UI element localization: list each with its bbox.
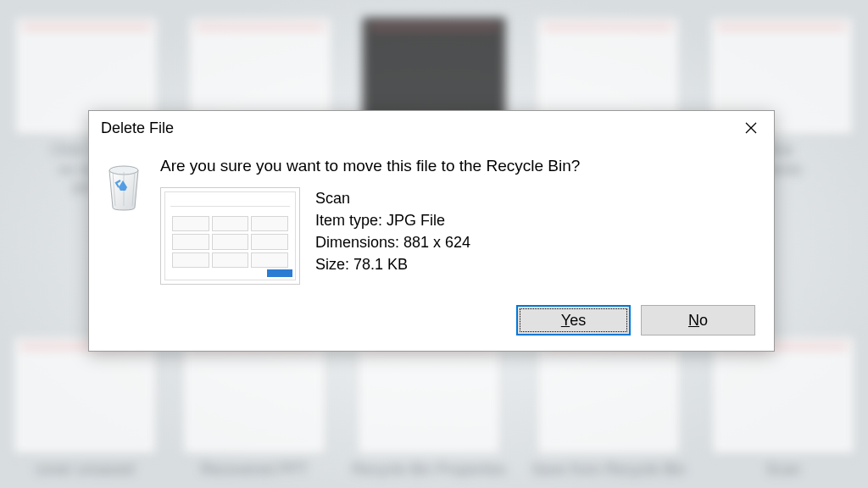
dialog-titlebar: Delete File (89, 111, 774, 141)
file-type: Item type: JPG File (315, 209, 470, 231)
file-metadata: Scan Item type: JPG File Dimensions: 881… (315, 187, 470, 275)
confirmation-text: Are you sure you want to move this file … (160, 157, 755, 175)
bg-label: Recovered PPT (200, 460, 308, 480)
file-size: Size: 78.1 KB (315, 253, 470, 275)
dialog-footer: Yes No (89, 293, 774, 351)
delete-file-dialog: Delete File (88, 110, 775, 352)
dialog-icon-col (104, 157, 147, 285)
file-thumbnail (160, 187, 300, 285)
bg-label: Save from Recycle Bin (531, 460, 686, 480)
bg-label: Scan (766, 460, 801, 480)
close-button[interactable] (738, 118, 764, 138)
file-dimensions: Dimensions: 881 x 624 (315, 231, 470, 253)
dialog-title: Delete File (101, 119, 174, 137)
dialog-content: Are you sure you want to move this file … (160, 157, 755, 285)
file-name: Scan (315, 187, 470, 209)
bg-label: cover unsaved (35, 460, 134, 480)
no-button[interactable]: No (641, 305, 755, 336)
bg-label: Recycle Bin Properties (352, 460, 506, 480)
recycle-bin-icon (104, 162, 143, 211)
yes-button[interactable]: Yes (516, 305, 631, 336)
dialog-body: Are you sure you want to move this file … (89, 141, 774, 293)
close-icon (745, 122, 757, 134)
